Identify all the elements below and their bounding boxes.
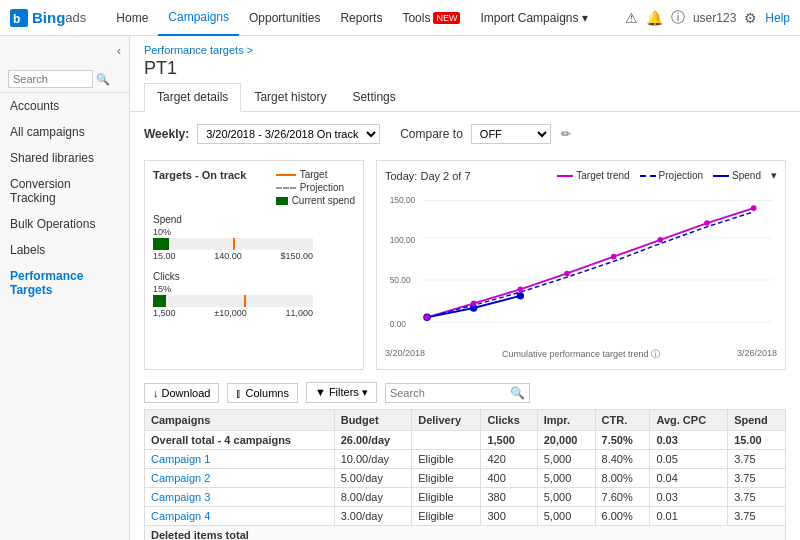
nav-home[interactable]: Home xyxy=(106,0,158,36)
campaign-3-ctr: 7.60% xyxy=(595,488,650,507)
spend-num-3: $150.00 xyxy=(280,251,313,261)
svg-point-17 xyxy=(611,254,617,260)
columns-button[interactable]: ⫿ Columns xyxy=(227,383,297,403)
campaign-2-avg-cpc: 0.04 xyxy=(650,469,728,488)
spend-num-2: 140.00 xyxy=(214,251,242,261)
filters-button[interactable]: ▼ Filters ▾ xyxy=(306,382,377,403)
campaign-3-link[interactable]: Campaign 3 xyxy=(151,491,210,503)
spend-bar-fill xyxy=(153,238,169,250)
table-section: ↓ Download ⫿ Columns ▼ Filters ▾ 🔍 Campa… xyxy=(130,382,800,540)
sidebar-item-all-campaigns[interactable]: All campaigns xyxy=(0,119,129,145)
legend-spend-trend: Spend xyxy=(713,170,761,181)
compare-label: Compare to xyxy=(400,127,463,141)
weekly-label: Weekly: xyxy=(144,127,189,141)
alert-icon[interactable]: ⚠ xyxy=(625,10,638,26)
overall-total-row: Overall total - 4 campaigns 26.00/day 1,… xyxy=(145,431,786,450)
campaign-2-delivery: Eligible xyxy=(412,469,481,488)
trend-day-label: Today: Day 2 of 7 xyxy=(385,170,471,182)
table-search-container: 🔍 xyxy=(385,383,530,403)
tab-target-history[interactable]: Target history xyxy=(241,83,339,111)
clicks-num-2: ±10,000 xyxy=(214,308,246,318)
sidebar-item-performance-targets[interactable]: Performance Targets xyxy=(0,263,129,303)
table-search-input[interactable] xyxy=(390,387,510,399)
compare-select[interactable]: OFF xyxy=(471,124,551,144)
campaign-1-delivery: Eligible xyxy=(412,450,481,469)
tab-target-details[interactable]: Target details xyxy=(144,83,241,112)
svg-point-15 xyxy=(518,287,524,293)
clicks-bar-section: Clicks 15% 1,500 ±10,000 11,000 xyxy=(153,271,355,318)
legend-projection-label: Projection xyxy=(300,182,344,193)
spend-bar-marker xyxy=(233,238,235,250)
svg-point-18 xyxy=(658,237,664,243)
weekly-select[interactable]: 3/20/2018 - 3/26/2018 On track xyxy=(197,124,380,144)
legend-projection-trend: Projection xyxy=(640,170,703,181)
notification-icon[interactable]: 🔔 xyxy=(646,10,663,26)
spend-bar-section: Spend 10% 15.00 140.00 $150.00 xyxy=(153,214,355,261)
nav-opportunities[interactable]: Opportunities xyxy=(239,0,330,36)
sidebar-item-conversion-tracking[interactable]: Conversion Tracking xyxy=(0,171,129,211)
sidebar-item-bulk-operations[interactable]: Bulk Operations xyxy=(0,211,129,237)
svg-text:100.00: 100.00 xyxy=(390,235,416,245)
campaign-1-link[interactable]: Campaign 1 xyxy=(151,453,210,465)
trend-header: Today: Day 2 of 7 Target trend Projectio… xyxy=(385,169,777,182)
sidebar-toggle[interactable]: ‹ xyxy=(0,36,129,66)
help-link[interactable]: Help xyxy=(765,11,790,25)
legend-blue-solid-line xyxy=(713,175,729,177)
campaign-2-budget: 5.00/day xyxy=(334,469,412,488)
overall-avg-cpc: 0.03 xyxy=(650,431,728,450)
trend-svg: 150.00 100.00 50.00 0.00 xyxy=(385,186,777,346)
sidebar-item-accounts[interactable]: Accounts xyxy=(0,93,129,119)
download-button[interactable]: ↓ Download xyxy=(144,383,219,403)
info-icon[interactable]: ⓘ xyxy=(671,9,685,27)
col-ctr: CTR. xyxy=(595,410,650,431)
clicks-num-3: 11,000 xyxy=(285,308,313,318)
campaign-1-impr: 5,000 xyxy=(537,450,595,469)
sidebar-search-input[interactable] xyxy=(8,70,93,88)
campaign-3-clicks: 380 xyxy=(481,488,537,507)
campaign-4-link[interactable]: Campaign 4 xyxy=(151,510,210,522)
trend-dropdown-icon[interactable]: ▾ xyxy=(771,169,777,182)
deleted-items-row: Deleted items total xyxy=(145,526,786,541)
svg-point-14 xyxy=(471,301,477,307)
username: user123 xyxy=(693,11,736,25)
campaign-4-spend: 3.75 xyxy=(728,507,786,526)
bing-logo-icon: b xyxy=(10,9,28,27)
campaign-2-link[interactable]: Campaign 2 xyxy=(151,472,210,484)
col-avg-cpc: Avg. CPC xyxy=(650,410,728,431)
logo-bing: Bing xyxy=(32,9,65,26)
nav-tools[interactable]: Tools NEW xyxy=(392,0,470,36)
sidebar-item-shared-libraries[interactable]: Shared libraries xyxy=(0,145,129,171)
overall-spend: 15.00 xyxy=(728,431,786,450)
col-clicks: Clicks xyxy=(481,410,537,431)
table-toolbar: ↓ Download ⫿ Columns ▼ Filters ▾ 🔍 xyxy=(144,382,786,403)
clicks-bar-track xyxy=(153,295,313,307)
legend-target-trend: Target trend xyxy=(557,170,629,181)
sidebar-item-labels[interactable]: Labels xyxy=(0,237,129,263)
svg-point-20 xyxy=(751,205,757,211)
spend-num-1: 15.00 xyxy=(153,251,176,261)
nav-import-campaigns[interactable]: Import Campaigns ▾ xyxy=(470,0,597,36)
clicks-bar-numbers: 1,500 ±10,000 11,000 xyxy=(153,308,313,318)
targets-title: Targets - On track xyxy=(153,169,246,202)
settings-icon[interactable]: ⚙ xyxy=(744,10,757,26)
nav-right: ⚠ 🔔 ⓘ user123 ⚙ Help xyxy=(625,9,790,27)
legend-projection-line xyxy=(276,187,296,189)
table-search-icon: 🔍 xyxy=(510,386,525,400)
compare-edit-icon[interactable]: ✏ xyxy=(561,127,571,141)
nav-items: Home Campaigns Opportunities Reports Too… xyxy=(106,0,625,36)
nav-reports[interactable]: Reports xyxy=(330,0,392,36)
legend-projection-trend-label: Projection xyxy=(659,170,703,181)
logo: b Bing ads xyxy=(10,9,86,27)
targets-legend: Target Projection Current spend xyxy=(276,169,355,208)
chart-bottom-label: Cumulative performance target trend ⓘ xyxy=(502,348,660,361)
overall-label: Overall total - 4 campaigns xyxy=(145,431,335,450)
tab-settings[interactable]: Settings xyxy=(339,83,408,111)
nav-campaigns[interactable]: Campaigns xyxy=(158,0,239,36)
overall-impr: 20,000 xyxy=(537,431,595,450)
breadcrumb[interactable]: Performance targets > xyxy=(144,44,786,56)
campaign-4-avg-cpc: 0.01 xyxy=(650,507,728,526)
table-row: Campaign 4 3.00/day Eligible 300 5,000 6… xyxy=(145,507,786,526)
campaigns-table: Campaigns Budget Delivery Clicks Impr. C… xyxy=(144,409,786,540)
campaign-3-avg-cpc: 0.03 xyxy=(650,488,728,507)
svg-text:150.00: 150.00 xyxy=(390,195,416,205)
